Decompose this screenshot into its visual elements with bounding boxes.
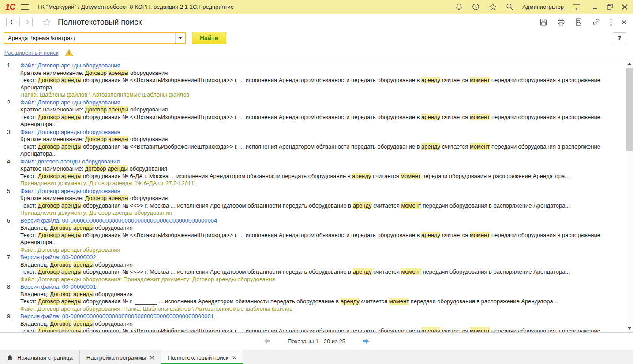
result-link[interactable]: Версия файла: 00-00000001 (20, 283, 625, 291)
result-link[interactable]: Версия файла: 00-00000000000000000000000… (20, 313, 625, 320)
search-term-highlight: аренду (421, 327, 440, 332)
result-location: Принадлежит документу: Договор аренды об… (20, 209, 625, 217)
search-term-highlight: Договор (38, 232, 60, 238)
tab-program-settings[interactable]: Настройка программы (80, 350, 161, 364)
result-link[interactable]: Файл: Договор аренды оборудования (20, 188, 625, 195)
search-term-highlight: аренду (352, 173, 371, 179)
service-menu-icon[interactable] (572, 3, 581, 11)
scroll-down-icon[interactable] (626, 324, 633, 332)
main-menu-icon[interactable] (21, 4, 29, 10)
home-icon (7, 354, 13, 360)
favorites-star-icon[interactable] (488, 3, 497, 11)
result-link[interactable]: Версия файла: 00-00000000000000000000000… (20, 217, 625, 225)
search-term-highlight: аренды (61, 143, 82, 150)
search-term-highlight: аренду (421, 232, 440, 238)
close-form-icon[interactable] (621, 19, 627, 25)
result-location: Файл: Договор аренды оборудования; Прина… (20, 276, 625, 283)
search-term-highlight: момент (470, 114, 490, 120)
search-term-highlight: аренды (73, 261, 94, 268)
result-snippet: Краткое наименование: Договор аренды обо… (20, 195, 625, 202)
result-number: 4. (7, 158, 20, 187)
result-location: Файл: Договор аренды оборудования (20, 246, 625, 254)
search-term-highlight: аренды (108, 195, 128, 201)
result-number: 7. (7, 254, 20, 283)
result-link[interactable]: Файл: Договор аренды оборудования (20, 129, 625, 136)
search-term-highlight: аренды (61, 232, 82, 238)
search-term-highlight: аренды (108, 70, 128, 76)
pagination-prev-icon (263, 338, 271, 345)
search-term-highlight: Договор (38, 173, 60, 179)
result-snippet: Краткое наименование: Договор аренды обо… (20, 70, 625, 77)
search-input[interactable] (4, 33, 175, 43)
advanced-search-link[interactable]: Расширенный поиск (4, 49, 58, 56)
dropdown-caret-icon (179, 37, 182, 39)
tab-fulltext-search[interactable]: Полнотекстовый поиск (161, 350, 243, 364)
current-user[interactable]: Администратор (522, 4, 564, 10)
search-term-highlight: аренду (353, 268, 372, 275)
save-icon[interactable] (539, 18, 548, 26)
close-window-icon[interactable] (622, 4, 628, 10)
result-snippet: Владелец: Договор аренды оборудования (20, 291, 625, 298)
result-link[interactable]: Файл: договор аренды оборудования (20, 158, 625, 166)
find-button[interactable]: Найти (192, 32, 226, 44)
result-snippet: Краткое наименование: договор аренды обо… (20, 165, 625, 173)
preview-icon[interactable] (574, 18, 583, 26)
result-link[interactable]: Файл: Договор аренды оборудования (20, 99, 625, 107)
search-term-highlight: договор (85, 165, 106, 172)
result-location: Принадлежит документу: Договор аренды (№… (20, 180, 625, 187)
more-actions-icon[interactable] (610, 18, 612, 26)
scroll-up-icon[interactable] (626, 59, 633, 67)
titlebar: 1С ГК "Меркурий" / Документооборот 8 КОР… (0, 0, 633, 14)
notifications-bell-icon[interactable] (455, 3, 463, 11)
result-snippet: Текст: Договор аренды оборудования № <<В… (20, 327, 625, 332)
tab-close-icon[interactable] (150, 356, 154, 360)
tab-label: Полнотекстовый поиск (168, 354, 228, 361)
result-item: 4.Файл: договор аренды оборудованияКратк… (7, 158, 625, 187)
tab-label: Настройка программы (86, 354, 146, 361)
result-snippet: Текст: Договор аренды оборудования № <<В… (20, 77, 625, 84)
search-term-highlight: момент (389, 298, 409, 305)
restore-icon[interactable] (607, 4, 613, 10)
result-link[interactable]: Версия файла: 00-00000002 (20, 254, 625, 261)
search-term-highlight: аренды (73, 291, 94, 297)
search-term-highlight: момент (470, 77, 490, 83)
help-button[interactable]: ? (613, 32, 626, 44)
search-term-highlight: аренду (421, 143, 440, 150)
vertical-scrollbar[interactable] (626, 59, 633, 332)
search-term-highlight: аренду (353, 202, 372, 209)
search-term-highlight: Договор (85, 106, 107, 113)
search-magnifier-icon[interactable] (506, 3, 514, 11)
result-number: 1. (7, 62, 20, 99)
result-snippet: Текст: Договор аренды оборудования № <<>… (20, 202, 625, 210)
forward-button[interactable] (19, 17, 32, 27)
result-location: Файл: Договор аренды оборудования; Папка… (20, 305, 625, 313)
search-history-dropdown-button[interactable] (175, 33, 185, 43)
results-area: 1.Файл: Договор аренды оборудованияКратк… (0, 59, 633, 333)
result-snippet: Арендатора... (20, 84, 625, 92)
scrollbar-thumb[interactable] (626, 68, 633, 151)
history-clock-icon[interactable] (472, 3, 480, 11)
tab-label: Начальная страница (17, 354, 73, 361)
search-term-highlight: момент (470, 232, 490, 238)
result-snippet: Арендатора... (20, 239, 625, 246)
print-icon[interactable] (557, 18, 566, 26)
result-item: 7.Версия файла: 00-00000002Владелец: Дог… (7, 254, 625, 283)
tab-home[interactable]: Начальная страница (0, 350, 80, 364)
search-term-highlight: Договор (50, 224, 71, 231)
pagination-next-icon[interactable] (362, 338, 370, 345)
search-combobox (4, 32, 186, 44)
result-number: 2. (7, 99, 20, 128)
result-snippet: Арендатора... (20, 121, 625, 128)
open-windows-tabbar: Начальная страница Настройка программы П… (0, 350, 633, 364)
result-link[interactable]: Файл: Договор аренды оборудования (20, 62, 625, 70)
add-to-favorites-star-icon[interactable] (42, 18, 52, 26)
tab-close-icon[interactable] (232, 356, 236, 360)
search-term-highlight: момент (470, 327, 490, 332)
back-button[interactable] (7, 17, 19, 27)
result-snippet: Текст: Договор аренды оборудования № <<В… (20, 232, 625, 239)
minimize-icon[interactable] (592, 4, 598, 10)
pagination-text: Показаны 1 - 20 из 25 (288, 338, 345, 345)
get-link-icon[interactable] (592, 18, 601, 26)
search-term-highlight: аренды (108, 136, 128, 142)
search-term-highlight: Договор (38, 114, 60, 120)
